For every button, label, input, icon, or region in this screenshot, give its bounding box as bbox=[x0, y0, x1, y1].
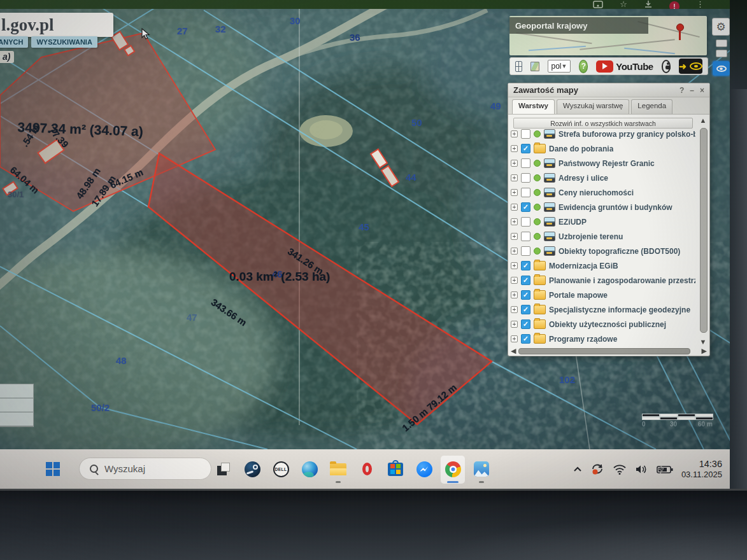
scrollbar-thumb-horizontal[interactable] bbox=[518, 348, 690, 354]
expand-layer-icon[interactable]: + bbox=[511, 321, 518, 328]
help-button[interactable]: ? bbox=[579, 60, 588, 73]
sync-update-icon[interactable] bbox=[590, 463, 604, 475]
taskbar-app-chrome[interactable] bbox=[445, 461, 461, 477]
layer-label[interactable]: Portale mapowe bbox=[549, 291, 608, 300]
taskbar-app-dell[interactable]: DELL bbox=[273, 461, 289, 477]
layer-checkbox[interactable]: ✓ bbox=[521, 202, 530, 212]
panel-minimize-button[interactable]: – bbox=[690, 86, 694, 95]
expand-layer-icon[interactable]: + bbox=[511, 335, 518, 342]
language-select[interactable]: pol ▼ bbox=[548, 60, 571, 73]
layer-checkbox[interactable] bbox=[521, 188, 530, 197]
expand-layer-icon[interactable]: + bbox=[511, 174, 518, 181]
layer-label[interactable]: Adresy i ulice bbox=[558, 174, 608, 183]
taskbar-app-file-explorer[interactable] bbox=[330, 461, 346, 477]
expand-layer-icon[interactable]: + bbox=[511, 291, 518, 298]
gear-icon[interactable]: ⚙ bbox=[712, 18, 730, 36]
cast-icon[interactable] bbox=[593, 0, 603, 9]
clock[interactable]: 14:36 03.11.2025 bbox=[681, 458, 722, 480]
layer-label[interactable]: Programy rządowe bbox=[549, 335, 617, 344]
scroll-down-icon[interactable]: ▼ bbox=[699, 338, 708, 346]
layer-label[interactable]: Specjalistyczne informacje geodezyjne bbox=[549, 305, 690, 314]
panel-close-button[interactable]: × bbox=[700, 86, 704, 95]
basemap-toggle-icon[interactable] bbox=[530, 62, 539, 71]
layer-checkbox[interactable]: ✓ bbox=[521, 290, 530, 300]
layer-checkbox[interactable]: ✓ bbox=[521, 276, 530, 285]
geoportal-logo[interactable]: l.gov.pl bbox=[0, 13, 113, 37]
layer-checkbox[interactable] bbox=[521, 232, 530, 241]
layer-checkbox[interactable] bbox=[521, 217, 530, 227]
laptop-right-bezel bbox=[730, 0, 747, 490]
zoom-in-mini-button[interactable] bbox=[716, 39, 727, 47]
layer-label[interactable]: Planowanie i zagospodarowanie przestrzen… bbox=[549, 276, 695, 285]
youtube-link[interactable]: YouTube bbox=[596, 60, 653, 73]
tab-legenda[interactable]: Legenda bbox=[631, 99, 672, 114]
layer-label[interactable]: Państwowy Rejestr Granic bbox=[558, 159, 655, 168]
layer-checkbox[interactable] bbox=[521, 173, 530, 183]
layer-label[interactable]: Uzbrojenie terenu bbox=[558, 232, 623, 241]
search-input[interactable]: Wyszukaj bbox=[79, 458, 211, 480]
expand-layer-icon[interactable]: + bbox=[511, 130, 518, 137]
taskbar-app-steam[interactable] bbox=[244, 461, 260, 477]
browser-menu-icon[interactable]: ⋮ bbox=[696, 1, 704, 8]
panel-help-button[interactable]: ? bbox=[679, 86, 684, 95]
layer-label[interactable]: Modernizacja EGiB bbox=[549, 262, 618, 270]
layer-label[interactable]: Ceny nieruchomości bbox=[558, 188, 634, 197]
expand-layer-icon[interactable]: + bbox=[511, 189, 518, 196]
taskbar-app-edge[interactable] bbox=[301, 461, 318, 477]
tray-chevron-up-icon[interactable] bbox=[573, 466, 582, 472]
taskbar-app-photos[interactable] bbox=[473, 461, 490, 477]
expand-layer-icon[interactable]: + bbox=[511, 204, 518, 211]
expand-layer-icon[interactable]: + bbox=[511, 262, 518, 269]
bookmark-star-icon[interactable]: ☆ bbox=[620, 1, 627, 8]
accessibility-icon[interactable] bbox=[662, 60, 671, 73]
tab-wyszukaj-warstwe[interactable]: Wyszukaj warstwę bbox=[557, 99, 629, 114]
taskbar-app-opera[interactable] bbox=[359, 461, 375, 477]
scrollbar-thumb[interactable] bbox=[700, 128, 708, 333]
zoom-out-mini-button[interactable] bbox=[716, 50, 727, 57]
start-button[interactable] bbox=[46, 462, 60, 476]
expand-layer-icon[interactable]: + bbox=[511, 160, 518, 167]
scroll-right-icon[interactable]: ▶ bbox=[702, 347, 707, 355]
layers-panel-header[interactable]: Zawartość mapy ? – × bbox=[508, 83, 709, 97]
layer-checkbox[interactable]: ✓ bbox=[521, 319, 530, 329]
expand-layer-icon[interactable]: + bbox=[511, 248, 518, 255]
nav-tab-wyszukiwania[interactable]: WYSZUKIWANIA bbox=[31, 36, 97, 48]
horizontal-scrollbar[interactable]: ◀ ▶ bbox=[511, 347, 707, 354]
tab-warstwy[interactable]: Warstwy bbox=[512, 99, 555, 114]
layer-checkbox[interactable] bbox=[521, 158, 530, 168]
layer-label[interactable]: Obiekty topograficzne (BDOT500) bbox=[558, 247, 680, 256]
battery-charging-icon[interactable] bbox=[657, 465, 673, 474]
layer-checkbox[interactable]: ✓ bbox=[521, 334, 530, 344]
expand-layer-icon[interactable]: + bbox=[511, 145, 518, 152]
expand-layer-icon[interactable]: + bbox=[511, 233, 518, 240]
partial-map-widget[interactable] bbox=[0, 384, 34, 427]
layer-label[interactable]: Obiekty użyteczności publicznej bbox=[549, 320, 666, 329]
layer-label[interactable]: Ewidencja gruntów i budynków bbox=[558, 203, 672, 212]
layout-grid-icon[interactable] bbox=[515, 61, 522, 72]
layer-checkbox[interactable]: ✓ bbox=[521, 261, 530, 270]
layer-label[interactable]: Dane do pobrania bbox=[549, 144, 613, 153]
expand-layer-icon[interactable]: + bbox=[511, 306, 518, 313]
expand-layer-icon[interactable]: + bbox=[511, 277, 518, 284]
vertical-scrollbar[interactable]: ▲ ▼ bbox=[699, 116, 708, 346]
wifi-icon[interactable] bbox=[613, 464, 627, 475]
contrast-toggle-button[interactable]: ➜ bbox=[679, 59, 702, 74]
layer-checkbox[interactable] bbox=[521, 129, 530, 139]
layer-checkbox[interactable]: ✓ bbox=[521, 305, 530, 314]
expand-layer-icon[interactable]: + bbox=[511, 218, 518, 225]
download-icon[interactable] bbox=[644, 0, 653, 9]
layer-label[interactable]: Strefa buforowa przy granicy polsko-biał… bbox=[558, 130, 695, 139]
taskbar-app-messenger[interactable] bbox=[416, 461, 432, 477]
scroll-left-icon[interactable]: ◀ bbox=[511, 347, 516, 355]
taskbar-app-task-view[interactable] bbox=[215, 461, 232, 477]
taskbar-app-microsoft-store[interactable] bbox=[387, 461, 404, 477]
browser-alert-badge[interactable]: ! bbox=[669, 1, 679, 9]
volume-icon[interactable] bbox=[635, 464, 648, 475]
scroll-up-icon[interactable]: ▲ bbox=[699, 116, 708, 124]
overview-minimap[interactable]: Geoportal krajowy bbox=[509, 16, 707, 55]
visibility-eye-button[interactable] bbox=[713, 61, 730, 76]
layer-label[interactable]: EZiUDP bbox=[558, 218, 587, 227]
nav-tab-pobieranie-danych[interactable]: NIE DANYCH bbox=[0, 36, 28, 48]
layer-checkbox[interactable]: ✓ bbox=[521, 144, 530, 153]
layer-checkbox[interactable] bbox=[521, 246, 530, 256]
